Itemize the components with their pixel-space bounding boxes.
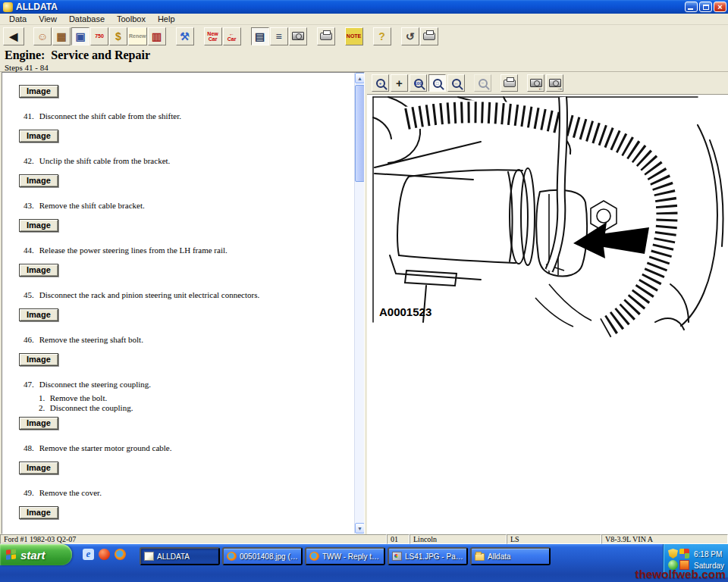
image-button[interactable]: Image [19, 308, 58, 321]
task-button-folder[interactable]: Alldata [470, 547, 551, 565]
note-icon: NOTE [347, 33, 361, 39]
task-label: LS41.JPG - Paint [405, 552, 463, 561]
step-number: 45. [24, 290, 37, 299]
back-button[interactable]: ◀ [3, 27, 24, 45]
restore-button[interactable] [699, 2, 712, 12]
labor-times-button[interactable]: $ [109, 27, 127, 45]
pan-button[interactable]: + [391, 74, 408, 92]
media-player-icon[interactable] [99, 549, 110, 560]
new-car-button[interactable]: NewCar [204, 27, 222, 45]
tools-icon: ⚒ [180, 31, 190, 42]
image-button[interactable]: Image [19, 462, 58, 474]
article-subtitle: Steps 41 - 84 [5, 63, 728, 72]
firefox-icon [227, 552, 237, 561]
task-label: ALLDATA [157, 552, 190, 561]
article-text-view-icon: ≡ [275, 31, 281, 42]
substep-item: 1. Remove the bolt. [39, 393, 354, 402]
magnifier-mod: − [482, 81, 485, 86]
image-button[interactable]: Image [19, 506, 58, 519]
zoom-actual-button[interactable]: 100 [410, 74, 427, 92]
minimize-button[interactable] [685, 2, 698, 12]
task-label: 00501408.jpg (JPEG ... [240, 552, 298, 561]
taskbar: start e ALLDATA00501408.jpg (JPEG ...TWW… [0, 544, 728, 582]
print-preview-button[interactable] [420, 27, 438, 45]
renew-icon: Renew [129, 33, 146, 39]
help-button[interactable]: ? [373, 27, 391, 45]
menu-item-database[interactable]: Database [63, 14, 111, 23]
labor-times-icon: $ [115, 31, 121, 42]
previous-car-button[interactable]: ←Car [223, 27, 241, 45]
print-image-button[interactable] [500, 74, 518, 92]
alldata-icon [144, 552, 154, 561]
zoom-in-button[interactable]: + [372, 74, 389, 92]
article-images-view-button[interactable]: ▤ [251, 27, 269, 45]
step-item: 44. Release the power steering lines fro… [24, 246, 354, 255]
image-button[interactable]: Image [19, 130, 58, 142]
mascot-icon: ☺ [37, 31, 48, 42]
scroll-up-icon[interactable]: ▲ [355, 73, 365, 83]
image-toolbar: ++100□↔−←→ [367, 72, 728, 95]
article-scrollbar[interactable]: ▲ ▼ [354, 73, 364, 534]
substep-number: 2. [39, 403, 48, 412]
task-button-firefox[interactable]: 00501408.jpg (JPEG ... [222, 547, 303, 565]
update-icon[interactable] [679, 549, 689, 559]
substep-text: Disconnect the coupling. [48, 403, 133, 412]
toolbox-button[interactable]: ▦ [52, 27, 71, 45]
step-item: 42. Unclip the shift cable from the brac… [24, 156, 354, 165]
task-button-firefox[interactable]: TWW - Reply to Topic... [305, 547, 385, 565]
shop-diagnostics-button[interactable]: ▣ [71, 27, 89, 45]
article-header: Engine: Service and Repair Steps 41 - 84 [0, 47, 728, 72]
image-button[interactable]: Image [19, 219, 58, 232]
tools-button[interactable]: ⚒ [176, 27, 194, 45]
image-button[interactable]: Image [19, 174, 58, 187]
security-shield-icon[interactable] [668, 549, 678, 559]
mascot-button[interactable]: ☺ [33, 27, 52, 45]
camera-button[interactable] [289, 27, 307, 45]
print-button[interactable] [317, 27, 335, 45]
menu-item-view[interactable]: View [33, 14, 63, 23]
image-button[interactable]: Image [19, 353, 58, 366]
task-buttons: ALLDATA00501408.jpg (JPEG ...TWW - Reply… [140, 547, 551, 565]
tsb-button[interactable]: 750 [90, 27, 108, 45]
alldata-window: ALLDATA × DataViewDatabaseToolboxHelp ◀☺… [0, 0, 728, 582]
scroll-down-icon[interactable]: ▼ [355, 523, 365, 534]
start-button[interactable]: start [0, 544, 72, 565]
main-area: Image41. Disconnect the shift cable from… [0, 72, 728, 534]
previous-image-button[interactable]: ← [527, 74, 544, 92]
task-button-alldata[interactable]: ALLDATA [140, 547, 220, 565]
image-button[interactable]: Image [19, 85, 58, 98]
arrow-icon: → [557, 86, 563, 92]
printer-icon [320, 33, 332, 40]
article-text-view-button[interactable]: ≡ [270, 27, 288, 45]
substep-item: 2. Disconnect the coupling. [39, 403, 354, 412]
step-text: Remove the starter motor ground cable. [37, 443, 171, 452]
printer-icon [423, 33, 435, 40]
note-button[interactable]: NOTE [345, 27, 363, 45]
menu-item-help[interactable]: Help [152, 14, 181, 23]
status-make: Lincoln [410, 534, 507, 544]
shop-diagnostics-icon: ▣ [75, 31, 85, 42]
internet-explorer-icon[interactable]: e [83, 549, 94, 560]
next-image-button[interactable]: → [546, 74, 563, 92]
renew-button[interactable]: Renew [128, 27, 147, 45]
step-item: 43. Remove the shift cable bracket. [24, 201, 354, 210]
image-button[interactable]: Image [19, 264, 58, 277]
scroll-thumb[interactable] [355, 85, 365, 182]
image-button[interactable]: Image [19, 417, 58, 430]
refresh-button[interactable]: ↺ [401, 27, 419, 45]
firefox-icon [309, 552, 319, 561]
menu-item-data[interactable]: Data [3, 14, 33, 23]
fit-window-button[interactable]: □ [428, 74, 446, 92]
manuals-button[interactable]: ▥ [148, 27, 166, 45]
step-text: Disconnect the shift cable from the shif… [37, 111, 181, 120]
task-button-paint[interactable]: LS41.JPG - Paint [388, 547, 468, 565]
firefox-icon[interactable] [115, 549, 126, 560]
fit-width-button[interactable]: ↔ [447, 74, 465, 92]
close-button[interactable]: × [714, 2, 726, 12]
step-text: Unclip the shift cable from the bracket. [37, 156, 170, 165]
image-panel: ++100□↔−←→ [367, 72, 728, 534]
menu-item-toolbox[interactable]: Toolbox [111, 14, 152, 23]
substep-number: 1. [39, 393, 48, 402]
step-item: 41. Disconnect the shift cable from the … [24, 111, 354, 120]
app-icon [3, 2, 13, 12]
